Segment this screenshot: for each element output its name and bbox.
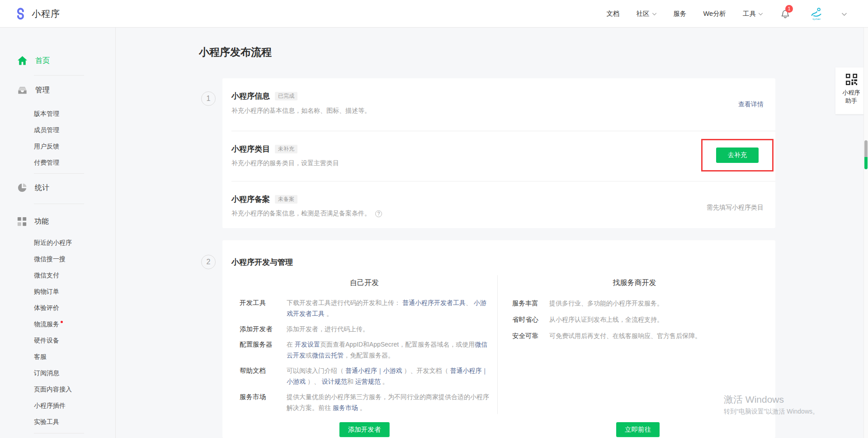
svc-row-label: 服务丰富 <box>512 298 549 309</box>
sidebar-item-附近的小程序[interactable]: 附近的小程序 <box>34 235 115 251</box>
dev-row-服务市场: 服务市场提供大量优质的小程序第三方服务，为不同行业的商家提供合适的小程序解决方案… <box>240 391 490 413</box>
tutorial-highlight-box: 去补充 <box>701 139 774 171</box>
sidebar-divider <box>34 173 84 174</box>
sidebar-divider <box>34 433 84 433</box>
account-avatar[interactable]: kychakr <box>808 7 825 20</box>
dev-text: 下载开发者工具进行代码的开发和上传： <box>287 299 402 306</box>
nav-item-社区[interactable]: 社区 <box>637 10 657 18</box>
sidebar-section-management[interactable]: 管理 <box>17 82 115 98</box>
view-details-link[interactable]: 查看详情 <box>738 100 764 109</box>
inbox-icon <box>17 85 28 95</box>
chevron-down-icon <box>758 12 763 16</box>
help-icon[interactable]: ? <box>375 210 382 217</box>
miniprogram-info-title: 小程序信息 <box>231 91 270 101</box>
miniprogram-filing-title: 小程序备案 <box>231 194 270 205</box>
qr-code-icon <box>845 73 858 86</box>
sidebar-item-页面内容接入[interactable]: 页面内容接入 <box>34 381 115 398</box>
page-scrollbar[interactable] <box>863 0 868 438</box>
sidebar-item-成员管理[interactable]: 成员管理 <box>34 122 115 138</box>
navbar-menu: 文档社区服务We分析工具 1 kychakr <box>607 0 848 28</box>
link-开发设置[interactable]: 开发设置 <box>295 341 320 348</box>
dev-text: ）、开发文档（ <box>402 367 450 374</box>
nav-item-文档[interactable]: 文档 <box>607 10 620 18</box>
link-普通小程序｜小游戏[interactable]: 普通小程序｜小游戏 <box>345 367 402 374</box>
app-logo[interactable]: 小程序 <box>14 0 60 28</box>
row-title: 小程序信息 已完成 <box>231 91 297 101</box>
link-运营规范[interactable]: 运营规范 <box>355 378 381 385</box>
link-设计规范[interactable]: 设计规范 <box>322 378 347 385</box>
nav-item-label: 文档 <box>607 10 620 18</box>
app-logo-text: 小程序 <box>32 8 60 20</box>
dev-text: 或 <box>306 352 312 359</box>
account-chevron-down-icon[interactable] <box>841 10 847 18</box>
sidebar-item-体验评价[interactable]: 体验评价 <box>34 300 115 316</box>
sidebar-divider <box>34 204 84 204</box>
sidebar-item-小程序插件[interactable]: 小程序插件 <box>34 398 115 414</box>
link-普通小程序开发者工具[interactable]: 普通小程序开发者工具 <box>402 299 466 306</box>
dev-row-label: 帮助文档 <box>240 365 287 387</box>
miniprogram-assistant-widget[interactable]: 小程序 助手 <box>835 67 867 114</box>
sidebar-item-label: 小程序插件 <box>34 402 66 410</box>
sidebar-item-客服[interactable]: 客服 <box>34 349 115 365</box>
dev-text: ）、 <box>306 378 322 385</box>
sidebar-group-features: 附近的小程序微信搜一搜微信支付购物订单体验评价物流服务硬件设备客服订阅消息页面内… <box>0 235 115 430</box>
dev-text: 。 <box>358 404 366 411</box>
sidebar-item-微信支付[interactable]: 微信支付 <box>34 267 115 284</box>
sidebar-item-label: 微信支付 <box>34 271 59 280</box>
nav-item-label: 工具 <box>743 10 756 18</box>
sidebar-item-label: 购物订单 <box>34 288 59 296</box>
sidebar-item-版本管理[interactable]: 版本管理 <box>34 106 115 122</box>
pie-chart-icon <box>17 183 27 193</box>
svc-row-label: 省时省心 <box>512 314 549 325</box>
dev-text: 添加开发者，进行代码上传。 <box>287 325 369 333</box>
row-divider <box>231 131 775 131</box>
assistant-label: 小程序 助手 <box>843 89 860 105</box>
sidebar-item-付费管理[interactable]: 付费管理 <box>34 155 115 171</box>
step-2-number: 2 <box>201 255 216 269</box>
go-complete-button[interactable]: 去补充 <box>716 148 759 163</box>
notification-bell[interactable]: 1 <box>780 8 792 20</box>
page-title: 小程序发布流程 <box>199 45 272 59</box>
row-divider <box>231 181 775 181</box>
sidebar-section-features[interactable]: 功能 <box>17 213 115 229</box>
sidebar-item-微信搜一搜[interactable]: 微信搜一搜 <box>34 251 115 267</box>
nav-item-We分析[interactable]: We分析 <box>703 10 726 18</box>
sidebar-item-label: 附近的小程序 <box>34 239 72 247</box>
step-2-card: 小程序开发与管理 自己开发 找服务商开发 开发工具下载开发者工具进行代码的开发和… <box>222 240 775 438</box>
sidebar-item-实验工具[interactable]: 实验工具 <box>34 414 115 430</box>
sidebar-group-management: 版本管理成员管理用户反馈付费管理 <box>0 106 115 171</box>
link-服务市场[interactable]: 服务市场 <box>333 404 358 411</box>
sidebar-item-label: 订阅消息 <box>34 369 59 377</box>
add-developer-button[interactable]: 添加开发者 <box>340 422 390 437</box>
dev-row-开发工具: 开发工具下载开发者工具进行代码的开发和上传： 普通小程序开发者工具、 小游戏开发… <box>240 297 490 319</box>
dev-row-label: 配置服务器 <box>240 339 287 361</box>
sidebar: 首页 管理 版本管理成员管理用户反馈付费管理 统计 <box>0 28 116 438</box>
provider-benefit-rows: 服务丰富提供多行业、多功能的小程序开发服务。省时省心从小程序认证到发布上线，全流… <box>512 298 752 347</box>
dev-text: 可以阅读入门介绍（ <box>287 367 345 374</box>
dev-row-label: 开发工具 <box>240 297 287 319</box>
sidebar-item-用户反馈[interactable]: 用户反馈 <box>34 138 115 155</box>
sidebar-item-label: 页面内容接入 <box>34 386 72 394</box>
scrollbar-thumb[interactable] <box>864 140 868 169</box>
nav-item-工具[interactable]: 工具 <box>743 10 763 18</box>
dev-text: 在 <box>287 341 295 348</box>
sidebar-section-statistics[interactable]: 统计 <box>17 180 115 196</box>
row-title: 小程序类目 未补充 <box>231 144 297 154</box>
dev-text: ，免配置服务器。 <box>344 352 394 359</box>
link-微信云托管[interactable]: 微信云托管 <box>312 352 344 359</box>
sidebar-item-label: 微信搜一搜 <box>34 255 66 263</box>
nav-item-服务[interactable]: 服务 <box>674 10 687 18</box>
avatar-caption: kychakr <box>812 18 821 20</box>
sidebar-item-home[interactable]: 首页 <box>17 52 115 69</box>
page: 小程序 文档社区服务We分析工具 1 kychakr <box>0 0 868 438</box>
sidebar-item-硬件设备[interactable]: 硬件设备 <box>34 333 115 349</box>
dev-row-content: 在 开发设置页面查看AppID和AppSecret，配置服务器域名，或使用微信云… <box>287 339 490 361</box>
sidebar-item-label: 物流服务 <box>34 320 59 328</box>
sidebar-item-购物订单[interactable]: 购物订单 <box>34 284 115 300</box>
sidebar-item-label: 用户反馈 <box>34 143 59 151</box>
sidebar-item-物流服务[interactable]: 物流服务 <box>34 316 115 333</box>
go-now-button[interactable]: 立即前往 <box>616 422 660 437</box>
sidebar-item-订阅消息[interactable]: 订阅消息 <box>34 365 115 381</box>
self-develop-rows: 开发工具下载开发者工具进行代码的开发和上传： 普通小程序开发者工具、 小游戏开发… <box>240 297 490 418</box>
sidebar-home-label: 首页 <box>35 56 50 66</box>
